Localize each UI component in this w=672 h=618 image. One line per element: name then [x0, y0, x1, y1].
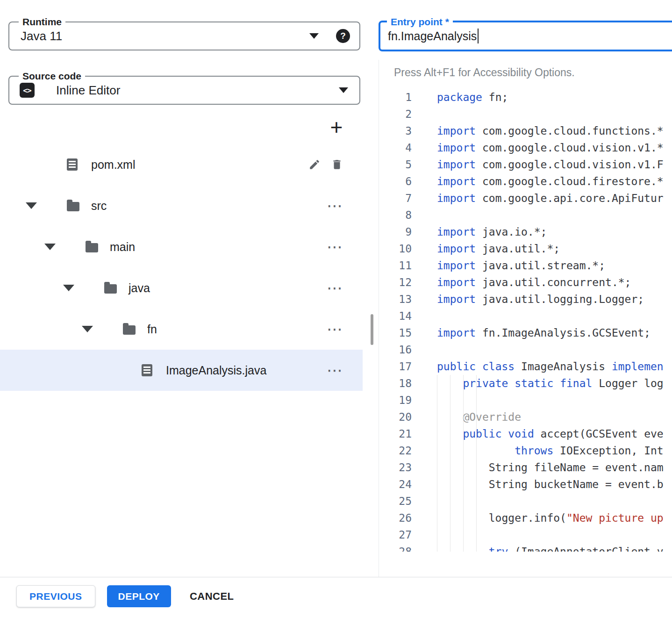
line-number: 7 [379, 190, 412, 207]
code-line[interactable]: 18 private static final Logger log [379, 375, 672, 392]
code-line[interactable]: 9import java.io.*; [379, 223, 672, 240]
code-line[interactable]: 28 try (ImageAnnotatorClient v [379, 543, 672, 552]
cancel-button[interactable]: CANCEL [190, 590, 234, 603]
code-line[interactable]: 22 throws IOException, Int [379, 442, 672, 459]
dropdown-caret-icon[interactable] [339, 87, 348, 93]
expand-caret-icon[interactable] [63, 285, 74, 291]
code-editor[interactable]: Press Alt+F1 for Accessibility Options. … [379, 61, 672, 552]
code-line[interactable]: 14 [379, 308, 672, 324]
line-number: 26 [379, 510, 412, 526]
tree-item-label: ImageAnalysis.java [166, 364, 266, 377]
code-line[interactable]: 23 String fileName = event.nam [379, 459, 672, 476]
previous-button[interactable]: PREVIOUS [16, 585, 95, 607]
file-icon [67, 158, 78, 171]
text-cursor-icon [478, 29, 479, 43]
line-number: 9 [379, 223, 412, 240]
add-file-button[interactable]: + [326, 117, 347, 137]
line-number: 2 [379, 106, 412, 122]
entry-point-input[interactable]: Entry point * fn.ImageAnalysis [379, 21, 672, 51]
code-line[interactable]: 19 [379, 392, 672, 409]
line-number: 11 [379, 257, 412, 274]
more-options-icon[interactable]: ⋯ [327, 366, 343, 374]
runtime-value: Java 11 [21, 29, 62, 43]
more-options-icon[interactable]: ⋯ [327, 284, 343, 292]
tree-item-label: fn [147, 323, 157, 336]
line-number: 21 [379, 425, 412, 442]
code-line[interactable]: 10import java.util.*; [379, 240, 672, 257]
line-number: 28 [379, 543, 412, 552]
expand-caret-icon[interactable] [26, 202, 37, 209]
line-number: 3 [379, 122, 412, 139]
line-number: 17 [379, 358, 412, 375]
expand-caret-icon[interactable] [82, 326, 93, 332]
line-number: 22 [379, 442, 412, 459]
deploy-button[interactable]: DEPLOY [107, 585, 171, 607]
code-line[interactable]: 8 [379, 207, 672, 223]
tree-row-src[interactable]: src⋯ [0, 185, 363, 226]
line-number: 10 [379, 240, 412, 257]
edit-icon[interactable] [308, 158, 321, 171]
code-line[interactable]: 5import com.google.cloud.vision.v1.F [379, 156, 672, 173]
code-line[interactable]: 6import com.google.cloud.firestore.* [379, 173, 672, 190]
code-line[interactable]: 1package fn; [379, 89, 672, 106]
file-icon [142, 364, 152, 376]
line-number: 14 [379, 308, 412, 324]
code-line[interactable]: 24 String bucketName = event.b [379, 476, 672, 493]
dropdown-caret-icon[interactable] [309, 33, 319, 39]
tree-row-main[interactable]: main⋯ [0, 226, 363, 267]
code-line[interactable]: 4import com.google.cloud.vision.v1.* [379, 139, 672, 156]
code-line[interactable]: 26 logger.info("New picture up [379, 510, 672, 526]
code-line[interactable]: 20 @Override [379, 409, 672, 425]
tree-row-fn[interactable]: fn⋯ [0, 309, 363, 350]
code-line[interactable]: 7import com.google.api.core.ApiFutur [379, 190, 672, 207]
code-line[interactable]: 2 [379, 106, 672, 122]
code-line[interactable]: 13import java.util.logging.Logger; [379, 291, 672, 308]
code-line[interactable]: 17public class ImageAnalysis implemen [379, 358, 672, 375]
scrollbar-thumb[interactable] [371, 314, 373, 345]
line-number: 4 [379, 139, 412, 156]
folder-icon [104, 284, 117, 294]
code-line[interactable]: 16 [379, 341, 672, 358]
source-code-select[interactable]: Source code <> Inline Editor [8, 76, 360, 105]
delete-icon[interactable] [331, 158, 343, 171]
expand-caret-icon[interactable] [44, 244, 56, 250]
tree-item-label: src [91, 199, 107, 213]
code-line[interactable]: 15import fn.ImageAnalysis.GCSEvent; [379, 324, 672, 341]
file-tree: pom.xmlsrc⋯main⋯java⋯fn⋯ImageAnalysis.ja… [0, 144, 363, 391]
code-line[interactable]: 25 [379, 493, 672, 510]
code-line[interactable]: 12import java.util.concurrent.*; [379, 274, 672, 291]
indent-guide [463, 375, 464, 552]
runtime-select[interactable]: Runtime Java 11 ? [8, 22, 360, 50]
source-code-label: Source code [19, 70, 85, 82]
code-editor-icon: <> [20, 83, 35, 98]
indent-guide [476, 375, 477, 552]
tree-item-label: java [129, 281, 150, 295]
more-options-icon[interactable]: ⋯ [327, 202, 343, 210]
code-line[interactable]: 27 [379, 526, 672, 543]
tree-row-pom.xml[interactable]: pom.xml [0, 144, 363, 185]
entry-point-value: fn.ImageAnalysis [388, 29, 477, 43]
tree-row-ImageAnalysis.java[interactable]: ImageAnalysis.java⋯ [0, 350, 363, 391]
line-number: 1 [379, 89, 412, 106]
accessibility-hint: Press Alt+F1 for Accessibility Options. [394, 66, 575, 79]
line-number: 24 [379, 476, 412, 493]
help-icon[interactable]: ? [336, 29, 350, 43]
more-options-icon[interactable]: ⋯ [327, 325, 343, 333]
tree-item-label: pom.xml [91, 158, 135, 172]
tree-row-java[interactable]: java⋯ [0, 267, 363, 309]
more-options-icon[interactable]: ⋯ [327, 243, 343, 251]
line-number: 13 [379, 291, 412, 308]
line-number: 8 [379, 207, 412, 223]
line-number: 27 [379, 526, 412, 543]
line-number: 5 [379, 156, 412, 173]
panel-divider [379, 60, 379, 577]
bottom-divider [0, 577, 672, 577]
code-line[interactable]: 11import java.util.stream.*; [379, 257, 672, 274]
code-line[interactable]: 3import com.google.cloud.functions.* [379, 122, 672, 139]
code-lines: 1package fn;23import com.google.cloud.fu… [379, 89, 672, 552]
code-line[interactable]: 21 public void accept(GCSEvent eve [379, 425, 672, 442]
folder-icon [86, 243, 98, 252]
indent-guide [437, 375, 437, 552]
line-number: 15 [379, 324, 412, 341]
line-number: 19 [379, 392, 412, 409]
